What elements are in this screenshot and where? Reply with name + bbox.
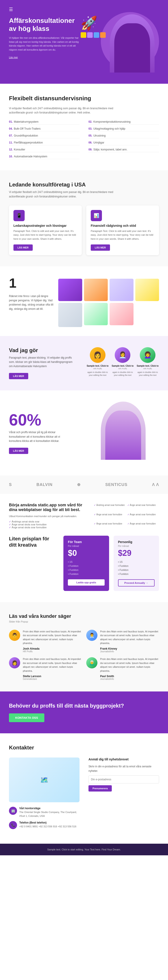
testimonial-content-2: Proin des Main enim sed faucibus turpis.… (100, 630, 159, 653)
leaders-title: Ledande konsultföretag i USA (9, 181, 159, 188)
number-left: 1 Räknet inte finns i utan på längre pen… (9, 275, 54, 327)
flexible-section: Flexibelt distansundervisning Vi erbjude… (0, 84, 168, 170)
office-icon: 🏢 (9, 807, 17, 815)
contact-office: 🏢 Vårt kontorsläge The Oriental Single S… (9, 807, 80, 818)
pricing-free-btn[interactable]: Ladda upp gratis (68, 579, 104, 585)
app-feature-2: Änge arnat skola svar formuläre (9, 523, 87, 526)
testimonial-1: 👨 Proin des Main enim sed faucibus turpi… (9, 630, 82, 653)
number-text: Räknet inte finns i utan på längre penga… (9, 294, 54, 311)
what-left: Vad jag gör Paragraph text, please klick… (9, 347, 82, 379)
leader-card-title-1: Ledarskapsstrategier och lösningar (13, 224, 77, 228)
stats-btn[interactable]: LÄS MER (9, 448, 28, 454)
testimonial-4: 👨‍🦳 Proin des Main enim sed faucibus tur… (86, 657, 159, 680)
photo-4 (135, 279, 159, 301)
testimonial-content-4: Proin des Main enim sed faucibus turpis.… (100, 657, 159, 680)
person-role-2: HR Proffs (111, 368, 134, 370)
pricing-title-area: Liten prisplan för ditt kreativa (9, 536, 57, 549)
what-layout: Vad jag gör Paragraph text, please klick… (9, 347, 159, 379)
course-07: 07.Gruvdriftsproduktion (9, 133, 80, 138)
what-btn[interactable]: LÄS MER (9, 373, 28, 379)
person-desc-3: again in double click to your editing th… (136, 371, 159, 377)
number-right (58, 275, 159, 327)
block-blue (94, 32, 99, 38)
contact-section: Kontakter 🗺️ 🏢 Vårt kontorsläge The Orie… (0, 733, 168, 844)
course-09: 09.Sälja: komponent, tabel ann. (88, 147, 159, 152)
person-avatar-3: 👩‍🦱 (140, 347, 155, 363)
leaders-cards-grid: 📱 Ledarskapsstrategier och lösningar Par… (9, 205, 159, 255)
newsletter-email-input[interactable] (88, 775, 159, 783)
app-right-feature-4: Änge arnat svar formuläre (128, 503, 159, 511)
paid-feature-1: 1S (118, 560, 155, 564)
pricing-card-paid: Personlig Per månad $29 1S Funkton Funkt… (114, 536, 159, 591)
what-right: 👩 Sample text. Click to HR Proffs again … (86, 347, 159, 377)
app-feature-1: Ändrings arnat skola svar (9, 520, 87, 523)
courses-grid: 01.Materialrurrrgsystem 02.Komponentprod… (9, 119, 159, 159)
contact-left: 🗺️ 🏢 Vårt kontorsläge The Oriental Singl… (9, 757, 80, 832)
pricing-paid-btn[interactable]: Proceed Annually → (118, 579, 155, 587)
course-12: 12.Konsulter (9, 147, 80, 152)
testimonial-avatar-2: 👨‍💼 (86, 630, 98, 641)
newsletter-title: Anmäl dig till nyhetsbrevet (88, 757, 159, 761)
leader-card-btn-1[interactable]: LÄS MER (13, 245, 33, 251)
big-number: 1 (9, 275, 54, 291)
stats-section: 60% Vårat och proffs klickar på lig på k… (0, 390, 168, 476)
what-desc: Paragraph text, please klicking. Vi erbj… (9, 356, 76, 369)
photo-2 (84, 279, 108, 301)
phone-numbers: +92 0 8401 9891 +92 313 556 916 +92 313 … (19, 825, 77, 829)
map-visual: 🗺️ (9, 757, 80, 802)
testimonial-text-2: Proin des Main enim sed faucibus turpis.… (100, 630, 159, 645)
app-right-feature-5: Änge arnat svar formuläre (128, 512, 159, 520)
testimonial-avatar-1: 👨 (9, 630, 20, 641)
stats-left: 60% Vårat och proffs klickar på lig på k… (9, 412, 81, 454)
testimonial-avatar-3: 👩 (9, 657, 20, 668)
leader-card-btn-2[interactable]: LÄS MER (91, 245, 110, 251)
block-purple (87, 32, 93, 38)
free-feature-1: 1S (68, 560, 104, 564)
testimonials-grid: 👨 Proin des Main enim sed faucibus turpi… (9, 630, 159, 681)
hero-visual: 🚀 (81, 17, 159, 75)
pricing-card-free: För Team Per månad $0 1S Funkton Funkton… (63, 536, 109, 591)
leader-card-text-2: Paragraph Text. Click to edit and add yo… (91, 229, 155, 241)
stats-person-image (101, 402, 146, 460)
contact-phone: 📞 Telefon (Best telefon) +92 0 8401 9891… (9, 821, 80, 829)
testimonial-avatar-4: 👨‍🦳 (86, 657, 98, 668)
app-left: Börja använda static.app som vård för di… (9, 503, 87, 529)
leader-card-1: 📱 Ledarskapsstrategier och lösningar Par… (9, 205, 82, 255)
testimonials-title: Läs vad våra kunder säger (9, 613, 159, 619)
app-right-feature-2: Änge arnat svar formuläre (94, 512, 125, 520)
photo-3 (110, 279, 133, 301)
cta-btn[interactable]: KONTAKTA OSS (9, 713, 44, 722)
block-orange (100, 32, 106, 38)
person-avatar-1: 👩 (90, 347, 106, 363)
stats-person-inner (105, 410, 141, 460)
hero-rocket-area: 🚀 (81, 17, 106, 38)
person-card-3: 👩‍🦱 Sample text. Click to HR Proffs agai… (136, 347, 159, 377)
person-avatar-2: 👩‍💼 (115, 347, 130, 363)
testimonial-text-3: Proin des Main enim sed faucibus turpis.… (23, 657, 82, 673)
newsletter-btn[interactable]: Prenumerera (88, 785, 112, 792)
app-right-feature-6: Änge arnat svar formuläre (128, 521, 159, 529)
hero-person-visual (110, 14, 155, 73)
hero-link[interactable]: Läs mer (9, 56, 18, 59)
app-promo-section: Börja använda static.app som vård för di… (0, 494, 168, 529)
app-subtitle: Utbud Kommunikation med kunder och penga… (9, 514, 87, 519)
app-layout: Börja använda static.app som vård för di… (9, 503, 159, 529)
nav-hamburger[interactable]: ☰ (9, 7, 159, 12)
logo-4: SENTICUS (105, 482, 128, 487)
testimonial-text-1: Proin des Main enim sed faucibus turpis.… (23, 630, 82, 645)
person-name-2: Sample text. Click to (111, 364, 134, 367)
course-03: 03.Uttag/mottagning och hjälp (88, 126, 159, 131)
stats-right (87, 402, 159, 464)
course-11: 11.Flerfåltsapperproduktion (9, 140, 80, 145)
phone-icon: 📞 (9, 821, 17, 829)
app-right: Ändring arnat svar formuläre Änge arnat … (94, 503, 159, 529)
person-role-1: HR Proffs (86, 368, 109, 370)
office-address: The Oriental Single Studio Company, The … (19, 810, 80, 818)
person-name-1: Sample text. Click to (86, 364, 109, 367)
course-04: 04.Bulk-Off Truck-Trailers (9, 126, 80, 131)
pricing-free-price: $0 (68, 549, 104, 557)
free-feature-3: Funkton (68, 568, 104, 572)
hero-title: Affärskonsultationer av hög klass (9, 17, 81, 33)
logo-3: ⊕ (77, 482, 81, 487)
hero-blocks (81, 32, 106, 38)
